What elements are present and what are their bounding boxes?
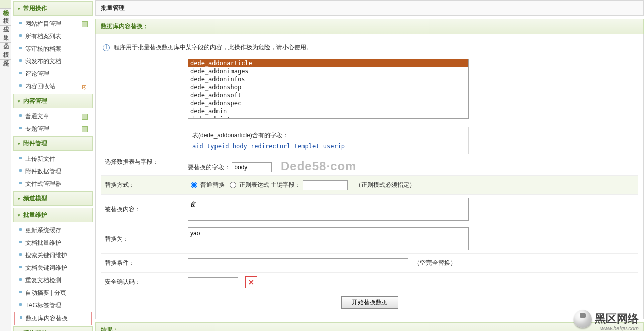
sidebar-item[interactable]: 普通文章 [14,110,92,123]
sidebar-item-label: TAG标签管理 [25,301,61,310]
textarea-to[interactable] [188,227,469,250]
sidebar-item[interactable]: 搜索关键词维护 [14,249,92,262]
sidebar-group-header[interactable]: ▾系统帮助 [13,326,93,331]
bullet-icon [19,303,22,306]
shield-icon: ⛨ [82,84,88,90]
bullet-icon [19,72,22,74]
sidebar-item-label: 附件数据管理 [25,167,61,176]
table-option[interactable]: dede_admintype [188,115,468,119]
captcha-image[interactable]: ✕ [245,276,257,288]
label-select-table: 选择数据表与字段： [101,56,186,175]
sidebar-item-label: 上传新文件 [25,155,55,163]
bullet-icon [19,278,22,281]
sidebar-item[interactable]: 网站栏目管理 [14,18,92,30]
table-option[interactable]: dede_addonsoft [188,91,468,99]
sidebar-item[interactable]: 上传新文件 [14,153,92,165]
sidebar-item[interactable]: 评论管理 [14,68,92,80]
table-option[interactable]: dede_addonimages [188,67,468,75]
label-from: 被替换内容： [101,195,186,224]
bullet-icon [19,228,22,231]
sidebar-item-label: 重复文档检测 [25,276,61,285]
sidebar-item-label: 等审核的档案 [25,45,61,53]
sidebar-item[interactable]: 自动摘要 | 分页 [14,287,92,299]
bullet-icon [19,182,22,184]
chevron-down-icon: ▾ [18,99,20,104]
table-option[interactable]: dede_addonarticle [188,59,468,67]
bullet-icon [19,169,22,172]
field-link[interactable]: redirecturl [251,143,290,150]
fields-box: 表(dede_addonarticle)含有的字段： aid typeid bo… [188,127,469,154]
radio-mode-regex[interactable] [230,182,236,188]
field-link[interactable]: templet [294,143,320,150]
submit-button[interactable]: 开始替换数据 [341,296,398,309]
sidebar-item-label: 评论管理 [25,70,49,78]
bullet-icon [19,127,22,129]
sidebar-item-label: 文档关键词维护 [25,264,67,272]
sidebar-item[interactable]: 附件数据管理 [14,165,92,178]
tab-module[interactable]: 模块 [0,9,12,17]
tab-generate[interactable]: 生成 [0,17,12,26]
field-link[interactable]: aid [192,143,203,150]
sidebar-group-header[interactable]: ▾常用操作 [13,1,93,16]
textarea-from[interactable] [188,198,469,221]
vertical-tabs: 核心 模块 生成 采集 会员 模板 系统 [0,0,11,331]
sidebar-item[interactable]: 等审核的档案 [14,43,92,55]
sidebar-item[interactable]: 数据库内容替换 [14,312,92,325]
info-icon: i [103,44,110,51]
sidebar-item-label: 我发布的文档 [25,57,61,66]
sidebar: ▾常用操作网站栏目管理所有档案列表等审核的档案我发布的文档评论管理内容回收站⛨▾… [11,0,95,331]
sidebar-item[interactable]: 更新系统缓存 [14,224,92,237]
tab-system[interactable]: 系统 [0,51,12,60]
sidebar-item-label: 更新系统缓存 [25,226,61,235]
content-box: i 程序用于批量替换数据库中某字段的内容，此操作极为危险，请小心使用。 选择数据… [95,34,644,319]
table-option[interactable]: dede_addonspec [188,99,468,107]
sidebar-item[interactable]: 文档关键词维护 [14,262,92,274]
chevron-down-icon: ▾ [18,213,20,218]
input-pk-field[interactable] [303,180,348,190]
tab-core[interactable]: 核心 [0,0,12,9]
bullet-icon [19,47,22,49]
input-replace-field[interactable] [232,162,272,172]
input-cond[interactable] [188,258,408,268]
bullet-icon [19,22,22,24]
sidebar-item-label: 搜索关键词维护 [25,251,67,260]
doc-icon [82,126,88,132]
text-mode-note: （正则模式必须指定） [355,181,415,189]
tab-template[interactable]: 模板 [0,43,12,51]
sidebar-group-header[interactable]: ▾频道模型 [13,191,93,206]
label-mode: 替换方式： [101,176,186,194]
bullet-icon [19,241,22,243]
field-link[interactable]: userip [323,143,345,150]
sidebar-item[interactable]: 文件式管理器 [14,178,92,190]
table-option[interactable]: dede_admin [188,107,468,115]
tab-member[interactable]: 会员 [0,34,12,43]
input-captcha[interactable] [188,277,238,287]
sidebar-item[interactable]: 所有档案列表 [14,30,92,43]
sidebar-item-label: 文件式管理器 [25,180,61,188]
bullet-icon [19,253,22,256]
sidebar-group-header[interactable]: ▾内容管理 [13,94,93,108]
sidebar-item[interactable]: 内容回收站⛨ [14,80,92,93]
sidebar-item-label: 普通文章 [25,112,49,121]
sidebar-item[interactable]: TAG标签管理 [14,299,92,312]
doc-icon [82,21,88,27]
radio-mode-normal[interactable] [191,182,197,188]
sidebar-item-label: 网站栏目管理 [25,20,61,28]
sidebar-item[interactable]: 重复文档检测 [14,274,92,287]
sidebar-group-header[interactable]: ▾批量维护 [13,208,93,222]
sidebar-group-header[interactable]: ▾附件管理 [13,136,93,151]
bullet-icon [19,114,22,117]
sidebar-item-label: 文档批量维护 [25,239,61,247]
sidebar-item[interactable]: 文档批量维护 [14,237,92,249]
sidebar-item[interactable]: 专题管理 [14,123,92,135]
field-link[interactable]: typeid [207,143,229,150]
table-listbox[interactable]: dede_addonarticledede_addonimagesdede_ad… [188,59,469,119]
field-link[interactable]: body [233,143,247,150]
tab-collect[interactable]: 采集 [0,26,12,34]
bullet-icon [19,291,22,293]
table-option[interactable]: dede_addonshop [188,83,468,91]
table-option[interactable]: dede_addoninfos [188,75,468,83]
label-cond: 替换条件： [101,254,186,272]
sidebar-item[interactable]: 我发布的文档 [14,55,92,68]
label-replace-field: 要替换的字段： [188,164,230,171]
